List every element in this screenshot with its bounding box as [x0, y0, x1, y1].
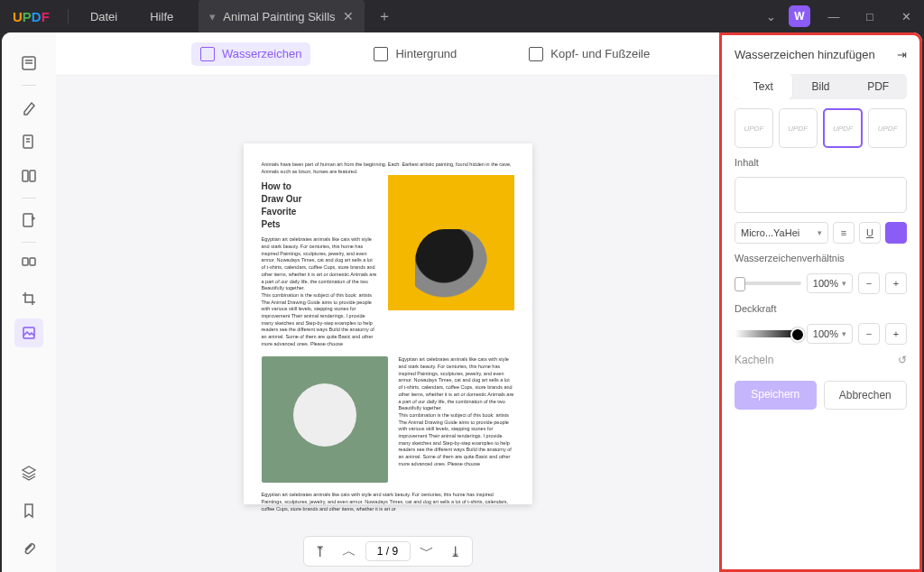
tool-watermark-icon[interactable]	[14, 318, 43, 347]
panel-title: Wasserzeichen hinzufügen	[735, 48, 875, 61]
mode-headerfooter[interactable]: Kopf- und Fußzeile	[520, 42, 659, 66]
preset-1[interactable]: UPDF	[735, 108, 773, 148]
user-badge[interactable]: W	[789, 5, 810, 27]
pager: ⤒ ︿ 1 / 9 ﹀ ⤓	[303, 536, 473, 567]
tool-pages-icon[interactable]	[14, 161, 43, 190]
ratio-label: Wasserzeichenverhältnis	[735, 253, 907, 263]
svg-rect-6	[30, 258, 35, 265]
tool-attachment-icon[interactable]	[14, 534, 43, 563]
opacity-minus-button[interactable]: −	[858, 323, 880, 345]
add-tab-button[interactable]: ＋	[377, 7, 392, 26]
tool-crop-icon[interactable]	[14, 284, 43, 313]
underline-button[interactable]: U	[859, 222, 881, 244]
watermark-icon	[200, 47, 215, 61]
doc-intro: Animals have been part of human art from…	[262, 161, 514, 175]
doc-body5: Egyptian art celebrates animals like cat…	[262, 492, 514, 512]
document-tab[interactable]: ▾ Animal Painting Skills ✕	[199, 0, 364, 32]
tab-indicator-icon: ▾	[209, 10, 216, 23]
svg-rect-4	[23, 214, 32, 226]
watermark-presets: UPDF UPDF UPDF UPDF	[735, 108, 907, 148]
tool-edit-icon[interactable]	[14, 127, 43, 156]
last-page-button[interactable]: ⤓	[443, 540, 468, 562]
svg-rect-5	[23, 258, 28, 265]
menu-file[interactable]: Datei	[74, 10, 134, 23]
close-button[interactable]: ✕	[888, 10, 924, 23]
watermark-type-segment: Text Bild PDF	[735, 74, 907, 99]
tool-bookmark-icon[interactable]	[14, 496, 43, 525]
close-icon[interactable]: ✕	[343, 9, 354, 23]
first-page-button[interactable]: ⤒	[308, 540, 333, 562]
seg-pdf[interactable]: PDF	[849, 74, 907, 99]
ratio-minus-button[interactable]: −	[858, 272, 880, 294]
page-preview: Animals have been part of human art from…	[244, 143, 532, 504]
opacity-slider[interactable]	[735, 330, 801, 337]
doc-body4: This combination is the subject of this …	[399, 412, 514, 468]
opacity-plus-button[interactable]: +	[885, 323, 907, 345]
ratio-slider[interactable]	[735, 281, 801, 285]
color-button[interactable]	[885, 222, 907, 244]
svg-rect-2	[23, 171, 28, 181]
opacity-label: Deckkraft	[735, 303, 907, 314]
chevron-down-icon[interactable]: ⌄	[759, 10, 783, 23]
mode-watermark[interactable]: Wasserzeichen	[191, 42, 310, 66]
tab-title: Animal Painting Skills	[223, 10, 335, 23]
expand-icon[interactable]: ⇥	[897, 48, 907, 61]
tool-highlight-icon[interactable]	[14, 93, 43, 122]
tile-label: Kacheln	[735, 354, 773, 366]
app-logo: UPDF	[0, 9, 62, 24]
document-area: Animals have been part of human art from…	[56, 76, 719, 572]
prev-page-button[interactable]: ︿	[337, 540, 362, 562]
doc-body: Egyptian art celebrates animals like cat…	[262, 236, 377, 292]
headerfooter-icon	[529, 47, 543, 61]
doc-heading: How to Draw Our Favorite Pets	[262, 180, 314, 231]
doc-body2: This combination is the subject of this …	[262, 292, 377, 348]
preset-4[interactable]: UPDF	[868, 108, 907, 148]
ratio-plus-button[interactable]: +	[885, 272, 907, 294]
doc-image-pug	[388, 175, 514, 310]
seg-text[interactable]: Text	[735, 74, 792, 99]
preset-3[interactable]: UPDF	[823, 108, 864, 148]
doc-image-embroidery	[262, 356, 388, 483]
font-select[interactable]: Micro...YaHei▾	[735, 222, 828, 244]
svg-rect-3	[30, 171, 35, 181]
align-button[interactable]: ≡	[833, 222, 855, 244]
titlebar: UPDF Datei Hilfe ▾ Animal Painting Skill…	[0, 0, 924, 32]
tool-layers-icon[interactable]	[14, 458, 43, 487]
tool-reader-icon[interactable]	[14, 49, 43, 78]
ratio-value[interactable]: 100%▾	[807, 273, 853, 293]
save-button[interactable]: Speichern	[735, 381, 817, 410]
maximize-button[interactable]: □	[852, 10, 888, 23]
watermark-panel: Wasserzeichen hinzufügen ⇥ Text Bild PDF…	[719, 32, 922, 572]
menu-help[interactable]: Hilfe	[134, 10, 189, 23]
seg-image[interactable]: Bild	[792, 74, 850, 99]
content-input[interactable]	[735, 177, 907, 213]
doc-body3: Egyptian art celebrates animals like cat…	[399, 356, 514, 412]
tool-form-icon[interactable]	[14, 206, 43, 235]
cancel-button[interactable]: Abbrechen	[824, 381, 908, 410]
tool-organize-icon[interactable]	[14, 250, 43, 279]
next-page-button[interactable]: ﹀	[414, 540, 439, 562]
mode-background[interactable]: Hintergrund	[365, 42, 466, 66]
left-toolbar	[2, 32, 56, 572]
background-icon	[374, 47, 388, 61]
page-input[interactable]: 1 / 9	[365, 541, 411, 561]
content-label: Inhalt	[735, 157, 907, 168]
mode-topbar: Wasserzeichen Hintergrund Kopf- und Fußz…	[56, 32, 719, 76]
opacity-value[interactable]: 100%▾	[807, 324, 853, 344]
minimize-button[interactable]: —	[816, 10, 852, 23]
preset-2[interactable]: UPDF	[779, 108, 818, 148]
reset-icon[interactable]: ↺	[898, 354, 907, 366]
